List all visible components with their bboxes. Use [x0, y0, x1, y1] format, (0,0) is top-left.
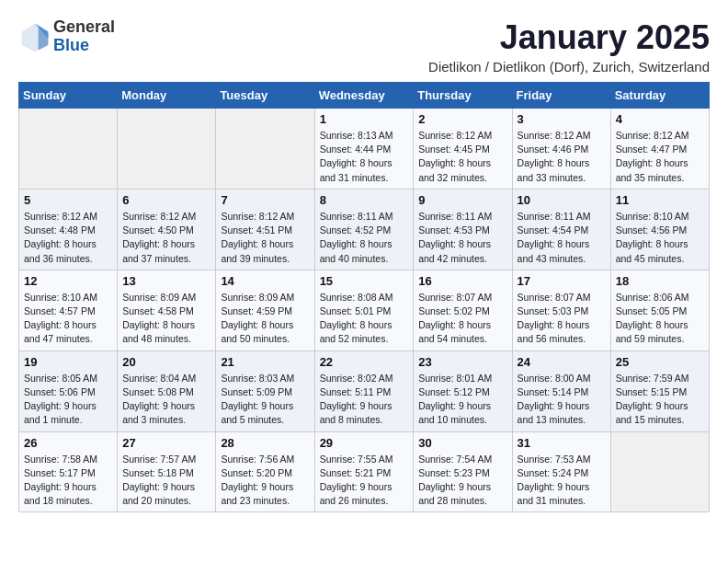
- day-info-29: Sunrise: 7:55 AM Sunset: 5:21 PM Dayligh…: [320, 453, 409, 509]
- day-number-10: 10: [518, 193, 606, 207]
- day-info-19: Sunrise: 8:05 AM Sunset: 5:06 PM Dayligh…: [24, 372, 112, 428]
- day-info-6: Sunrise: 8:12 AM Sunset: 4:50 PM Dayligh…: [122, 210, 210, 266]
- day-number-23: 23: [418, 355, 506, 369]
- day-info-14: Sunrise: 8:09 AM Sunset: 4:59 PM Dayligh…: [221, 291, 309, 347]
- day-number-3: 3: [518, 112, 606, 126]
- cell-w5-d6: [610, 431, 709, 512]
- week-row-3: 12Sunrise: 8:10 AM Sunset: 4:57 PM Dayli…: [19, 270, 710, 350]
- day-info-22: Sunrise: 8:02 AM Sunset: 5:11 PM Dayligh…: [320, 372, 409, 428]
- col-saturday: Saturday: [610, 83, 709, 109]
- cell-w1-d5: 3Sunrise: 8:12 AM Sunset: 4:46 PM Daylig…: [512, 109, 610, 190]
- day-number-9: 9: [418, 193, 506, 207]
- day-number-1: 1: [320, 112, 409, 126]
- cell-w3-d0: 12Sunrise: 8:10 AM Sunset: 4:57 PM Dayli…: [19, 270, 118, 350]
- day-info-12: Sunrise: 8:10 AM Sunset: 4:57 PM Dayligh…: [24, 291, 112, 347]
- day-number-22: 22: [320, 355, 409, 369]
- day-info-10: Sunrise: 8:11 AM Sunset: 4:54 PM Dayligh…: [518, 210, 606, 266]
- cell-w2-d3: 8Sunrise: 8:11 AM Sunset: 4:52 PM Daylig…: [314, 189, 414, 270]
- cell-w4-d4: 23Sunrise: 8:01 AM Sunset: 5:12 PM Dayli…: [414, 350, 512, 431]
- cell-w4-d3: 22Sunrise: 8:02 AM Sunset: 5:11 PM Dayli…: [314, 350, 414, 431]
- col-sunday: Sunday: [19, 83, 118, 109]
- col-monday: Monday: [118, 83, 216, 109]
- day-info-16: Sunrise: 8:07 AM Sunset: 5:02 PM Dayligh…: [418, 291, 506, 347]
- day-info-11: Sunrise: 8:10 AM Sunset: 4:56 PM Dayligh…: [616, 210, 704, 266]
- day-number-18: 18: [616, 274, 704, 288]
- day-number-26: 26: [24, 436, 112, 450]
- calendar-title: January 2025: [428, 18, 710, 57]
- logo-blue: Blue: [53, 37, 115, 55]
- day-info-8: Sunrise: 8:11 AM Sunset: 4:52 PM Dayligh…: [320, 210, 409, 266]
- cell-w5-d4: 30Sunrise: 7:54 AM Sunset: 5:23 PM Dayli…: [414, 431, 512, 512]
- day-info-28: Sunrise: 7:56 AM Sunset: 5:20 PM Dayligh…: [221, 453, 309, 509]
- day-number-14: 14: [221, 274, 309, 288]
- week-row-4: 19Sunrise: 8:05 AM Sunset: 5:06 PM Dayli…: [19, 350, 710, 431]
- day-info-5: Sunrise: 8:12 AM Sunset: 4:48 PM Dayligh…: [24, 210, 112, 266]
- day-info-31: Sunrise: 7:53 AM Sunset: 5:24 PM Dayligh…: [518, 453, 606, 509]
- col-thursday: Thursday: [414, 83, 512, 109]
- cell-w2-d0: 5Sunrise: 8:12 AM Sunset: 4:48 PM Daylig…: [19, 189, 118, 270]
- calendar-table: Sunday Monday Tuesday Wednesday Thursday…: [18, 82, 710, 512]
- cell-w4-d6: 25Sunrise: 7:59 AM Sunset: 5:15 PM Dayli…: [610, 350, 709, 431]
- cell-w3-d4: 16Sunrise: 8:07 AM Sunset: 5:02 PM Dayli…: [414, 270, 512, 350]
- page: General Blue January 2025 Dietlikon / Di…: [0, 0, 728, 522]
- cell-w2-d1: 6Sunrise: 8:12 AM Sunset: 4:50 PM Daylig…: [118, 189, 216, 270]
- day-number-31: 31: [518, 436, 606, 450]
- logo-general: General: [53, 18, 115, 37]
- day-info-26: Sunrise: 7:58 AM Sunset: 5:17 PM Dayligh…: [24, 453, 112, 509]
- week-row-1: 1Sunrise: 8:13 AM Sunset: 4:44 PM Daylig…: [19, 109, 710, 190]
- cell-w2-d6: 11Sunrise: 8:10 AM Sunset: 4:56 PM Dayli…: [610, 189, 709, 270]
- cell-w1-d0: [19, 109, 118, 190]
- cell-w4-d2: 21Sunrise: 8:03 AM Sunset: 5:09 PM Dayli…: [216, 350, 314, 431]
- cell-w5-d3: 29Sunrise: 7:55 AM Sunset: 5:21 PM Dayli…: [314, 431, 414, 512]
- calendar-subtitle: Dietlikon / Dietlikon (Dorf), Zurich, Sw…: [428, 59, 710, 75]
- day-number-11: 11: [616, 193, 704, 207]
- title-block: January 2025 Dietlikon / Dietlikon (Dorf…: [428, 18, 710, 75]
- cell-w5-d2: 28Sunrise: 7:56 AM Sunset: 5:20 PM Dayli…: [216, 431, 314, 512]
- cell-w1-d4: 2Sunrise: 8:12 AM Sunset: 4:45 PM Daylig…: [414, 109, 512, 190]
- day-number-24: 24: [518, 355, 606, 369]
- day-info-18: Sunrise: 8:06 AM Sunset: 5:05 PM Dayligh…: [616, 291, 704, 347]
- cell-w5-d1: 27Sunrise: 7:57 AM Sunset: 5:18 PM Dayli…: [118, 431, 216, 512]
- day-number-15: 15: [320, 274, 409, 288]
- header-row: Sunday Monday Tuesday Wednesday Thursday…: [19, 83, 710, 109]
- day-number-21: 21: [221, 355, 309, 369]
- day-info-17: Sunrise: 8:07 AM Sunset: 5:03 PM Dayligh…: [518, 291, 606, 347]
- cell-w3-d1: 13Sunrise: 8:09 AM Sunset: 4:58 PM Dayli…: [118, 270, 216, 350]
- cell-w1-d2: [216, 109, 314, 190]
- logo-icon: [18, 20, 51, 53]
- cell-w4-d1: 20Sunrise: 8:04 AM Sunset: 5:08 PM Dayli…: [118, 350, 216, 431]
- day-info-20: Sunrise: 8:04 AM Sunset: 5:08 PM Dayligh…: [122, 372, 210, 428]
- day-info-21: Sunrise: 8:03 AM Sunset: 5:09 PM Dayligh…: [221, 372, 309, 428]
- day-number-29: 29: [320, 436, 409, 450]
- week-row-2: 5Sunrise: 8:12 AM Sunset: 4:48 PM Daylig…: [19, 189, 710, 270]
- logo: General Blue: [18, 18, 115, 55]
- day-info-27: Sunrise: 7:57 AM Sunset: 5:18 PM Dayligh…: [122, 453, 210, 509]
- day-info-25: Sunrise: 7:59 AM Sunset: 5:15 PM Dayligh…: [616, 372, 704, 428]
- day-number-30: 30: [418, 436, 506, 450]
- day-info-4: Sunrise: 8:12 AM Sunset: 4:47 PM Dayligh…: [616, 129, 704, 185]
- day-number-17: 17: [518, 274, 606, 288]
- day-info-30: Sunrise: 7:54 AM Sunset: 5:23 PM Dayligh…: [418, 453, 506, 509]
- cell-w1-d6: 4Sunrise: 8:12 AM Sunset: 4:47 PM Daylig…: [610, 109, 709, 190]
- day-number-12: 12: [24, 274, 112, 288]
- day-info-23: Sunrise: 8:01 AM Sunset: 5:12 PM Dayligh…: [418, 372, 506, 428]
- day-info-7: Sunrise: 8:12 AM Sunset: 4:51 PM Dayligh…: [221, 210, 309, 266]
- col-friday: Friday: [512, 83, 610, 109]
- cell-w5-d0: 26Sunrise: 7:58 AM Sunset: 5:17 PM Dayli…: [19, 431, 118, 512]
- day-info-24: Sunrise: 8:00 AM Sunset: 5:14 PM Dayligh…: [518, 372, 606, 428]
- col-wednesday: Wednesday: [314, 83, 414, 109]
- cell-w1-d3: 1Sunrise: 8:13 AM Sunset: 4:44 PM Daylig…: [314, 109, 414, 190]
- day-info-13: Sunrise: 8:09 AM Sunset: 4:58 PM Dayligh…: [122, 291, 210, 347]
- calendar-header: Sunday Monday Tuesday Wednesday Thursday…: [19, 83, 710, 109]
- day-info-15: Sunrise: 8:08 AM Sunset: 5:01 PM Dayligh…: [320, 291, 409, 347]
- logo-text: General Blue: [53, 18, 115, 55]
- cell-w3-d3: 15Sunrise: 8:08 AM Sunset: 5:01 PM Dayli…: [314, 270, 414, 350]
- cell-w3-d5: 17Sunrise: 8:07 AM Sunset: 5:03 PM Dayli…: [512, 270, 610, 350]
- day-number-28: 28: [221, 436, 309, 450]
- day-number-4: 4: [616, 112, 704, 126]
- cell-w2-d4: 9Sunrise: 8:11 AM Sunset: 4:53 PM Daylig…: [414, 189, 512, 270]
- cell-w5-d5: 31Sunrise: 7:53 AM Sunset: 5:24 PM Dayli…: [512, 431, 610, 512]
- day-number-16: 16: [418, 274, 506, 288]
- day-info-3: Sunrise: 8:12 AM Sunset: 4:46 PM Dayligh…: [518, 129, 606, 185]
- cell-w1-d1: [118, 109, 216, 190]
